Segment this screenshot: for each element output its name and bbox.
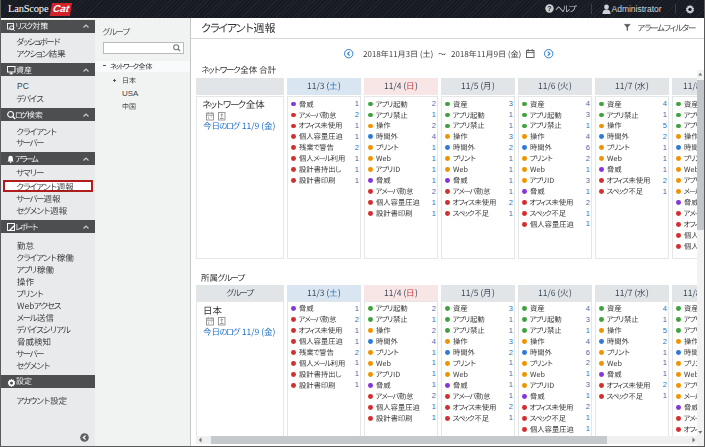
svg-text:?: ? xyxy=(547,5,551,12)
